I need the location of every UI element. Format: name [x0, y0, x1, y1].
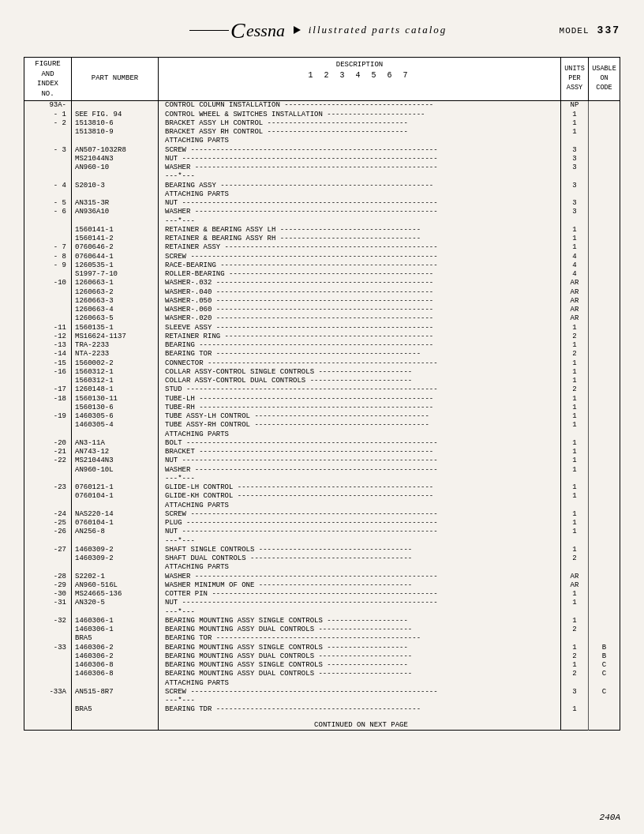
cell-usable: [589, 314, 620, 323]
cell-part: 1260663-4: [72, 306, 159, 314]
cell-units: 4: [561, 261, 589, 270]
cell-figure: -23: [24, 483, 72, 492]
cell-figure: -31: [24, 599, 72, 607]
cell-part: [72, 101, 159, 111]
cell-figure: [24, 475, 72, 483]
cell-part: [72, 679, 159, 688]
cell-figure: -29: [24, 581, 72, 590]
table-row: -14NTA-2233BEARING TOR -----------------…: [24, 350, 620, 359]
table-row: -24NAS220-14SCREW ----------------------…: [24, 510, 620, 519]
cell-usable: B: [589, 652, 620, 661]
cell-part: 1460309-2: [72, 554, 159, 563]
cell-units: 3: [561, 182, 589, 190]
cell-units: 1: [561, 599, 589, 607]
cell-figure: [24, 314, 72, 323]
table-row: 1460306-2BEARING MOUNTING ASSY DUAL CONT…: [24, 652, 620, 661]
cell-usable: [589, 385, 620, 394]
table-row: 1560130-6TUBE-RH -----------------------…: [24, 404, 620, 412]
table-row: ATTACHING PARTS: [24, 563, 620, 572]
cell-description: TUBE-RH --------------------------------…: [159, 404, 561, 412]
cell-part: [72, 137, 159, 145]
cell-figure: [24, 297, 72, 306]
table-row: 0760104-1GLIDE-KH CONTROL --------------…: [24, 492, 620, 501]
cell-figure: -27: [24, 546, 72, 554]
col-header-part: PART NUMBER: [72, 58, 159, 101]
table-row: ATTACHING PARTS: [24, 502, 620, 510]
cell-usable: [589, 599, 620, 607]
table-row: -250760104-1PLUG -----------------------…: [24, 519, 620, 528]
cell-units: [561, 172, 589, 181]
table-row: -33AAN515-8R7SCREW ---------------------…: [24, 688, 620, 697]
cell-figure: [24, 537, 72, 546]
cell-part: [72, 563, 159, 572]
cell-figure: -25: [24, 519, 72, 528]
table-row: 1260663-2WASHER-.040 -------------------…: [24, 288, 620, 297]
cell-figure: - 8: [24, 253, 72, 261]
cell-part: [72, 217, 159, 226]
cell-description: NUT ------------------------------------…: [159, 155, 561, 163]
cell-units: AR: [561, 288, 589, 297]
cell-units: 2: [561, 670, 589, 678]
cell-figure: - 6: [24, 208, 72, 216]
cell-units: AR: [561, 314, 589, 323]
cell-figure: [24, 502, 72, 510]
cell-usable: [589, 190, 620, 199]
table-row: -28S2202-1WASHER -----------------------…: [24, 573, 620, 581]
cell-part: [72, 537, 159, 546]
cell-units: 1: [561, 546, 589, 554]
cell-units: 1: [561, 111, 589, 119]
cell-figure: - 4: [24, 182, 72, 190]
cell-part: TRA-2233: [72, 341, 159, 350]
col-header-usable: USABLEONCODE: [589, 58, 620, 101]
cell-part: 1560130-11: [72, 395, 159, 404]
cell-units: AR: [561, 581, 589, 590]
cell-figure: [24, 626, 72, 634]
cell-usable: [589, 590, 620, 599]
cell-usable: C: [589, 688, 620, 697]
cell-description: SCREW ----------------------------------…: [159, 510, 561, 519]
cell-part: 1260148-1: [72, 385, 159, 394]
table-row: -101260663-1WASHER-.032 ----------------…: [24, 279, 620, 287]
cell-usable: [589, 439, 620, 448]
cell-part: 1260663-5: [72, 314, 159, 323]
cell-units: [561, 634, 589, 643]
cell-part: 1560312-1: [72, 368, 159, 377]
model-area: MODEL 337: [549, 24, 620, 36]
table-row: - 80760644-1SCREW ----------------------…: [24, 253, 620, 261]
table-row: ATTACHING PARTS: [24, 190, 620, 199]
cell-description: NUT ------------------------------------…: [159, 528, 561, 536]
cell-units: 1: [561, 243, 589, 252]
cell-units: 1: [561, 128, 589, 137]
table-row: -31AN320-5NUT --------------------------…: [24, 599, 620, 607]
cell-part: AN256-8: [72, 528, 159, 536]
table-row: ---*---: [24, 537, 620, 546]
cell-figure: [24, 492, 72, 501]
cell-part: AN960-516L: [72, 581, 159, 590]
cell-part: S1997-7-10: [72, 270, 159, 279]
cell-figure: [24, 705, 72, 714]
cell-part: 1260535-1: [72, 261, 159, 270]
cell-part: AN3-11A: [72, 439, 159, 448]
cell-part: S2010-3: [72, 182, 159, 190]
table-row: - 1SEE FIG. 94CONTROL WHEEL & SWITCHES I…: [24, 111, 620, 119]
cell-units: 3: [561, 146, 589, 155]
cell-units: 1: [561, 395, 589, 404]
cell-units: 4: [561, 253, 589, 261]
cell-figure: -10: [24, 279, 72, 287]
cell-usable: [589, 368, 620, 377]
cell-units: 3: [561, 199, 589, 208]
table-row: ---*---: [24, 697, 620, 705]
cell-usable: [589, 359, 620, 368]
cell-description: BEARING MOUNTING ASSY SINGLE CONTROLS --…: [159, 617, 561, 626]
cell-usable: [589, 395, 620, 404]
table-row: - 70760646-2RETAINER ASSY --------------…: [24, 243, 620, 252]
table-row: AN960-10LWASHER ------------------------…: [24, 466, 620, 475]
cell-part: SEE FIG. 94: [72, 111, 159, 119]
cell-units: 3: [561, 155, 589, 163]
cell-units: 1: [561, 661, 589, 670]
cell-figure: -33: [24, 644, 72, 652]
cell-part: 1460306-1: [72, 617, 159, 626]
cell-usable: [589, 146, 620, 155]
cell-part: S2202-1: [72, 573, 159, 581]
cell-part: NAS220-14: [72, 510, 159, 519]
